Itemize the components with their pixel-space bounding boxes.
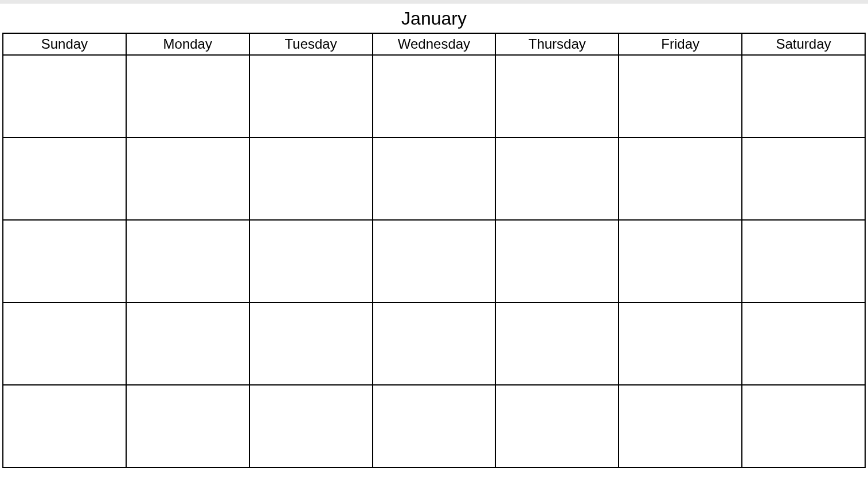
calendar-day-cell xyxy=(495,55,619,137)
calendar-week-row xyxy=(3,385,865,467)
day-header-wednesday: Wednesday xyxy=(373,33,496,55)
calendar-day-cell xyxy=(373,385,496,467)
calendar-day-cell xyxy=(619,302,742,385)
day-header-thursday: Thursday xyxy=(495,33,619,55)
calendar-day-cell xyxy=(373,55,496,137)
calendar-day-cell xyxy=(742,302,865,385)
calendar-day-cell xyxy=(126,385,249,467)
calendar-day-cell xyxy=(495,137,619,220)
calendar-day-cell xyxy=(373,302,496,385)
calendar-day-cell xyxy=(249,220,373,302)
day-header-friday: Friday xyxy=(619,33,742,55)
calendar-container: January Sunday Monday Tuesday Wednesday … xyxy=(0,3,868,470)
calendar-day-cell xyxy=(3,55,126,137)
calendar-day-cell xyxy=(742,55,865,137)
day-header-sunday: Sunday xyxy=(3,33,126,55)
calendar-day-cell xyxy=(619,55,742,137)
calendar-day-cell xyxy=(373,137,496,220)
month-title: January xyxy=(2,3,866,33)
calendar-day-cell xyxy=(742,137,865,220)
calendar-day-cell xyxy=(3,137,126,220)
calendar-day-cell xyxy=(3,385,126,467)
calendar-day-cell xyxy=(249,385,373,467)
calendar-day-cell xyxy=(3,220,126,302)
calendar-day-cell xyxy=(126,55,249,137)
calendar-day-cell xyxy=(495,220,619,302)
calendar-body xyxy=(3,55,865,467)
calendar-day-cell xyxy=(126,302,249,385)
calendar-header-row: Sunday Monday Tuesday Wednesday Thursday… xyxy=(3,33,865,55)
calendar-day-cell xyxy=(126,220,249,302)
calendar-day-cell xyxy=(495,302,619,385)
calendar-day-cell xyxy=(373,220,496,302)
calendar-week-row xyxy=(3,137,865,220)
calendar-day-cell xyxy=(742,385,865,467)
calendar-day-cell xyxy=(249,302,373,385)
calendar-week-row xyxy=(3,220,865,302)
day-header-saturday: Saturday xyxy=(742,33,865,55)
calendar-day-cell xyxy=(495,385,619,467)
calendar-day-cell xyxy=(619,385,742,467)
calendar-week-row xyxy=(3,55,865,137)
calendar-day-cell xyxy=(3,302,126,385)
day-header-tuesday: Tuesday xyxy=(249,33,373,55)
calendar-grid: Sunday Monday Tuesday Wednesday Thursday… xyxy=(2,33,866,468)
calendar-day-cell xyxy=(619,137,742,220)
calendar-day-cell xyxy=(249,55,373,137)
day-header-monday: Monday xyxy=(126,33,249,55)
calendar-day-cell xyxy=(742,220,865,302)
calendar-day-cell xyxy=(126,137,249,220)
calendar-day-cell xyxy=(619,220,742,302)
calendar-day-cell xyxy=(249,137,373,220)
calendar-week-row xyxy=(3,302,865,385)
